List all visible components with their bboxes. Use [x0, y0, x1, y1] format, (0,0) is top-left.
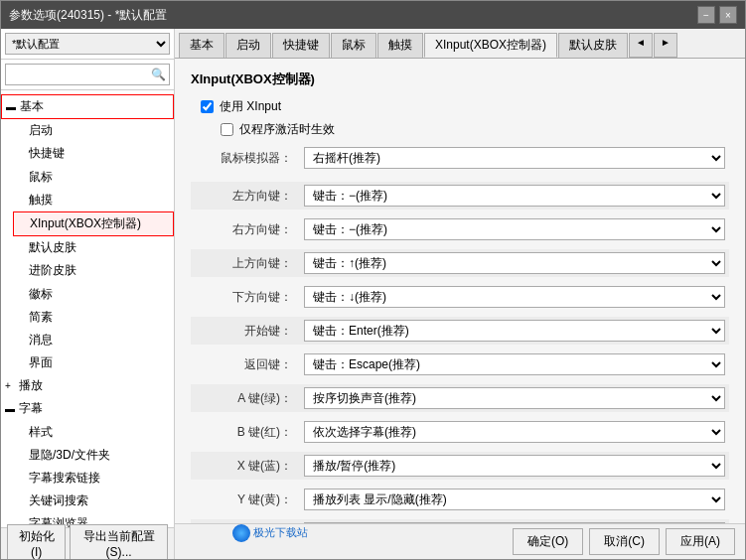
tree-item-advanced-skin[interactable]: 进阶皮肤 [13, 259, 174, 282]
tree-item-message[interactable]: 消息 [13, 329, 174, 351]
tree-item-xinput[interactable]: XInput(XBOX控制器) [13, 211, 174, 236]
tree-group-header-playback[interactable]: + 播放 [1, 374, 174, 397]
tree-item-search-link[interactable]: 字幕搜索链接 [13, 467, 174, 490]
init-button[interactable]: 初始化(I) [7, 524, 66, 559]
form-row-back: 返回键： 键击：Escape(推荐) [191, 350, 729, 378]
tree-area: ▬ 基本 启动 快捷键 鼠标 触摸 XInput(XBOX控制器) 默认皮肤 进… [1, 90, 174, 527]
form-rows-container: 左方向键： 键击：−(推荐) 右方向键： 键击：−(推荐) 上方向键： 键击：↑… [191, 182, 729, 523]
only-active-row: 仅程序激活时生效 [221, 121, 729, 138]
select-left[interactable]: 键击：−(推荐) [304, 185, 725, 207]
label-right: 右方向键： [195, 221, 304, 238]
label-x: X 键(蓝)： [195, 458, 304, 475]
expand-icon-subtitle: ▬ [5, 401, 17, 417]
window-controls: − × [697, 6, 737, 24]
export-button[interactable]: 导出当前配置(S)... [70, 524, 168, 559]
cancel-button[interactable]: 取消(C) [589, 528, 660, 555]
right-panel: 基本 启动 快捷键 鼠标 触摸 XInput(XBOX控制器) 默认皮肤 ◄ ►… [175, 29, 745, 559]
label-b: B 键(红)： [195, 424, 304, 441]
select-start[interactable]: 键击：Enter(推荐) [304, 320, 725, 342]
mouse-emulator-row: 鼠标模拟器： 右摇杆(推荐) [191, 144, 729, 172]
tree-item-hide3d[interactable]: 显隐/3D/文件夹 [13, 444, 174, 467]
use-xinput-row: 使用 XInput [201, 98, 729, 115]
search-icon: 🔍 [151, 68, 166, 81]
config-header: *默认配置 [1, 29, 174, 60]
select-down[interactable]: 键击：↓(推荐) [304, 286, 725, 308]
select-right[interactable]: 键击：−(推荐) [304, 218, 725, 240]
left-bottom-bar: 初始化(I) 导出当前配置(S)... [1, 527, 174, 559]
label-up: 上方向键： [195, 255, 304, 272]
select-a[interactable]: 按序切换声音(推荐) [304, 387, 725, 409]
panel-content: XInput(XBOX控制器) 使用 XInput 仅程序激活时生效 鼠标模拟器… [175, 59, 745, 523]
tree-group-label-playback: 播放 [19, 376, 43, 395]
tree-group-header-basic[interactable]: ▬ 基本 [1, 94, 174, 119]
use-xinput-checkbox[interactable] [201, 100, 214, 113]
tree-children-basic: 启动 快捷键 鼠标 触摸 XInput(XBOX控制器) 默认皮肤 进阶皮肤 徽… [1, 119, 174, 374]
tree-group-header-subtitle[interactable]: ▬ 字幕 [1, 397, 174, 420]
select-b[interactable]: 依次选择字幕(推荐) [304, 421, 725, 443]
form-row-y: Y 键(黄)： 播放列表 显示/隐藏(推荐) [191, 486, 729, 513]
use-xinput-label: 使用 XInput [220, 98, 281, 115]
only-active-checkbox[interactable] [221, 123, 233, 136]
select-back[interactable]: 键击：Escape(推荐) [304, 353, 725, 375]
form-row-up: 上方向键： 键击：↑(推荐) [191, 249, 729, 277]
watermark: 极光下载站 [232, 524, 308, 542]
tab-scroll-right[interactable]: ► [654, 33, 677, 58]
apply-button[interactable]: 应用(A) [666, 528, 735, 555]
search-container: 🔍 [1, 60, 174, 90]
minimize-button[interactable]: − [697, 6, 715, 24]
tree-item-shortcut[interactable]: 快捷键 [13, 142, 174, 165]
select-up[interactable]: 键击：↑(推荐) [304, 252, 725, 274]
label-back: 返回键： [195, 356, 304, 373]
left-panel: *默认配置 🔍 ▬ 基本 启动 快捷键 鼠标 [1, 29, 175, 559]
tree-item-interface[interactable]: 界面 [13, 351, 174, 374]
tab-mouse[interactable]: 鼠标 [331, 33, 376, 58]
label-down: 下方向键： [195, 289, 304, 306]
tree-item-default-skin[interactable]: 默认皮肤 [13, 236, 174, 259]
form-row-right: 右方向键： 键击：−(推荐) [191, 215, 729, 243]
tree-item-simple[interactable]: 简素 [13, 306, 174, 329]
tree-group-label-basic: 基本 [20, 97, 44, 116]
tree-item-touch[interactable]: 触摸 [13, 189, 174, 211]
form-row-down: 下方向键： 键击：↓(推荐) [191, 283, 729, 311]
tree-group-playback: + 播放 [1, 374, 174, 397]
mouse-emulator-select[interactable]: 右摇杆(推荐) [304, 147, 725, 169]
tab-default-skin[interactable]: 默认皮肤 [558, 33, 628, 58]
tree-children-subtitle: 样式 显隐/3D/文件夹 字幕搜索链接 关键词搜索 字幕浏览器 语言/同步/其他 [1, 421, 174, 527]
expand-icon-playback: + [5, 378, 17, 394]
tree-item-start[interactable]: 启动 [13, 119, 174, 142]
maximize-button[interactable]: × [719, 6, 737, 24]
ok-button[interactable]: 确定(O) [513, 528, 583, 555]
form-row-x: X 键(蓝)： 播放/暂停(推荐) [191, 452, 729, 480]
tree-item-mouse[interactable]: 鼠标 [13, 166, 174, 189]
select-y[interactable]: 播放列表 显示/隐藏(推荐) [304, 489, 725, 510]
search-input[interactable] [5, 64, 170, 85]
panel-title: XInput(XBOX控制器) [191, 70, 729, 88]
tab-xinput[interactable]: XInput(XBOX控制器) [424, 33, 557, 58]
tree-item-icon[interactable]: 徽标 [13, 283, 174, 306]
config-select[interactable]: *默认配置 [5, 33, 170, 55]
tab-shortcut[interactable]: 快捷键 [272, 33, 330, 58]
tab-basic[interactable]: 基本 [179, 33, 224, 58]
label-start: 开始键： [195, 323, 304, 340]
bottom-actions: 极光下载站 确定(O) 取消(C) 应用(A) [175, 523, 745, 559]
tab-scroll-left[interactable]: ◄ [629, 33, 653, 58]
label-a: A 键(绿)： [195, 390, 304, 407]
watermark-logo [232, 524, 250, 542]
form-row-b: B 键(红)： 依次选择字幕(推荐) [191, 418, 729, 446]
watermark-text: 极光下载站 [253, 525, 308, 540]
main-window: 参数选项(240315) - *默认配置 − × *默认配置 🔍 ▬ [0, 0, 746, 560]
title-bar: 参数选项(240315) - *默认配置 − × [1, 1, 745, 29]
select-x[interactable]: 播放/暂停(推荐) [304, 455, 725, 477]
tree-item-style[interactable]: 样式 [13, 421, 174, 444]
mouse-emulator-label: 鼠标模拟器： [195, 150, 304, 167]
label-left: 左方向键： [195, 188, 304, 205]
tree-group-label-subtitle: 字幕 [19, 399, 43, 418]
tab-start[interactable]: 启动 [225, 33, 271, 58]
tree-group-subtitle: ▬ 字幕 样式 显隐/3D/文件夹 字幕搜索链接 关键词搜索 字幕浏览器 语言/… [1, 397, 174, 527]
form-row-a: A 键(绿)： 按序切换声音(推荐) [191, 384, 729, 412]
window-title: 参数选项(240315) - *默认配置 [9, 7, 167, 24]
only-active-label: 仅程序激活时生效 [239, 121, 335, 138]
tree-item-keyword[interactable]: 关键词搜索 [13, 490, 174, 512]
tab-touch[interactable]: 触摸 [377, 33, 423, 58]
form-row-start: 开始键： 键击：Enter(推荐) [191, 317, 729, 345]
